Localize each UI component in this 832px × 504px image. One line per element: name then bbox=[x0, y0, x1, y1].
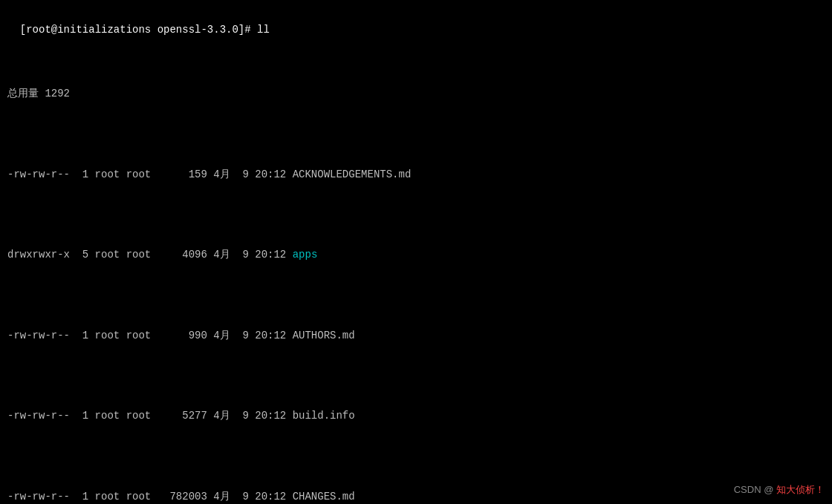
watermark-highlight: 知大侦析！ bbox=[776, 484, 825, 495]
watermark: CSDN @ 知大侦析！ bbox=[734, 483, 825, 497]
file-line-1: -rw-rw-r-- 1 root root 159 4月 9 20:12 AC… bbox=[7, 167, 825, 183]
prompt-line: [root@initializations openssl-3.3.0]# ll bbox=[20, 24, 270, 36]
file-line-5: -rw-rw-r-- 1 root root 782003 4月 9 20:12… bbox=[7, 489, 825, 504]
file-line-4: -rw-rw-r-- 1 root root 5277 4月 9 20:12 b… bbox=[7, 408, 825, 425]
file-line-3: -rw-rw-r-- 1 root root 990 4月 9 20:12 AU… bbox=[7, 328, 825, 344]
terminal: [root@initializations openssl-3.3.0]# ll… bbox=[0, 0, 832, 504]
summary-line: 总用量 1292 bbox=[7, 86, 825, 102]
file-line-2: drwxrwxr-x 5 root root 4096 4月 9 20:12 a… bbox=[7, 247, 825, 264]
